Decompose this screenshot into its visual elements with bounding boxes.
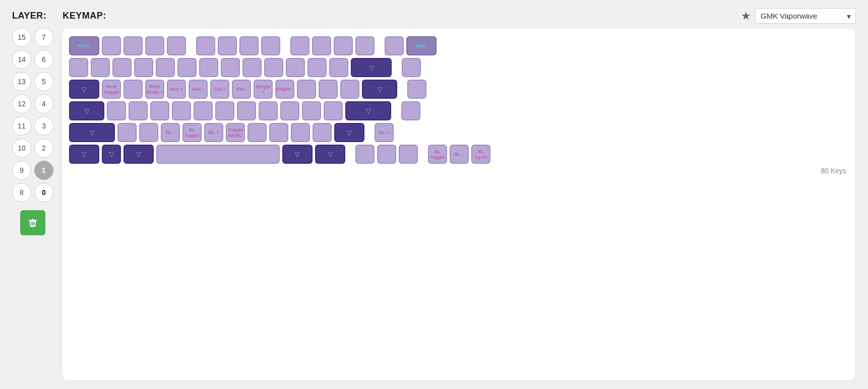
key-ralt[interactable]: ▽ <box>282 145 313 164</box>
key-f9[interactable]: ▽ <box>290 36 309 55</box>
key-lctrl[interactable]: ▽ <box>69 145 99 164</box>
key-u[interactable]: Sat - <box>232 80 251 99</box>
key-rbracket[interactable]: ▽ <box>340 80 359 99</box>
key-up[interactable]: ▽ <box>334 123 364 142</box>
key-bl-toggle-bottom[interactable]: BL Toggle <box>428 145 447 164</box>
favorite-icon[interactable]: ★ <box>741 10 751 23</box>
key-f6[interactable]: ▽ <box>218 36 237 55</box>
key-backslash[interactable]: ▽ <box>362 80 397 99</box>
theme-select[interactable]: GMK Vaporwave Default GMK Arctic GMK Las… <box>755 8 856 24</box>
layer-btn-14[interactable]: 14 <box>12 50 31 69</box>
key-y[interactable]: Sat + <box>210 80 229 99</box>
key-bl-minus-bottom[interactable]: BL - <box>450 145 469 164</box>
key-t[interactable]: Hue - <box>189 80 208 99</box>
key-e[interactable]: RGBMode + <box>145 80 164 99</box>
key-pgup[interactable]: ▽ <box>407 80 426 99</box>
key-9[interactable]: ▽ <box>264 58 283 77</box>
layer-btn-8[interactable]: 8 <box>12 183 31 202</box>
key-d[interactable]: ▽ <box>150 101 169 120</box>
key-f11[interactable]: ▽ <box>334 36 353 55</box>
key-l[interactable]: ▽ <box>280 101 299 120</box>
key-comma[interactable]: ▽ <box>247 123 267 142</box>
key-2[interactable]: ▽ <box>112 58 132 77</box>
layer-btn-4[interactable]: 4 <box>34 94 53 113</box>
key-f7[interactable]: ▽ <box>239 36 259 55</box>
key-lshift[interactable]: ▽ <box>69 123 115 142</box>
key-right[interactable]: ▽ <box>399 145 418 164</box>
key-f8[interactable]: ▽ <box>261 36 280 55</box>
key-space[interactable]: ▽ <box>156 145 280 164</box>
key-s[interactable]: ▽ <box>129 101 148 120</box>
key-bl-minus[interactable]: BL - <box>161 123 180 142</box>
key-bl-cycle[interactable]: BL Cycle <box>471 145 490 164</box>
key-tab[interactable]: ▽ <box>69 80 99 99</box>
layer-btn-6[interactable]: 6 <box>34 50 53 69</box>
key-h[interactable]: ▽ <box>215 101 234 120</box>
key-enter[interactable]: ▽ <box>345 101 391 120</box>
key-slash[interactable]: ▽ <box>291 123 310 142</box>
key-4[interactable]: ▽ <box>156 58 175 77</box>
layer-btn-15[interactable]: 15 <box>12 28 31 47</box>
key-1[interactable]: ▽ <box>91 58 110 77</box>
key-bl-plus[interactable]: BL + <box>204 123 223 142</box>
key-8[interactable]: ▽ <box>242 58 262 77</box>
key-prtsc[interactable]: ▽ <box>385 36 404 55</box>
layer-btn-7[interactable]: 7 <box>34 28 53 47</box>
key-quote[interactable]: ▽ <box>324 101 343 120</box>
key-f5[interactable]: ▽ <box>196 36 215 55</box>
key-o[interactable]: Bright - <box>275 80 294 99</box>
layer-btn-12[interactable]: 12 <box>12 94 31 113</box>
key-capslock[interactable]: ▽ <box>69 101 104 120</box>
key-grave[interactable]: ▽ <box>69 58 88 77</box>
key-pgdn[interactable]: ▽ <box>401 101 420 120</box>
layer-btn-5[interactable]: 5 <box>34 72 53 91</box>
key-x[interactable]: ▽ <box>139 123 158 142</box>
key-toggle-nkro[interactable]: Toggle NKRO <box>226 123 245 142</box>
key-r[interactable]: Hue + <box>167 80 186 99</box>
key-6[interactable]: ▽ <box>199 58 218 77</box>
key-del[interactable]: ▽ <box>402 58 421 77</box>
key-0[interactable]: ▽ <box>286 58 305 77</box>
key-j[interactable]: ▽ <box>237 101 256 120</box>
key-3[interactable]: ▽ <box>134 58 153 77</box>
layer-btn-3[interactable]: 3 <box>34 116 53 136</box>
key-p[interactable]: ▽ <box>297 80 316 99</box>
key-f2[interactable]: ▽ <box>123 36 143 55</box>
key-f10[interactable]: ▽ <box>312 36 331 55</box>
key-reset[interactable]: Reset <box>69 36 99 55</box>
key-f3[interactable]: ▽ <box>145 36 164 55</box>
key-w[interactable]: ▽ <box>123 80 143 99</box>
key-k[interactable]: ▽ <box>259 101 278 120</box>
key-lwin[interactable]: ▽ <box>102 145 121 164</box>
key-lalt[interactable]: ▽ <box>123 145 154 164</box>
key-q[interactable]: RGBToggle <box>102 80 121 99</box>
key-mute[interactable]: Mute <box>406 36 437 55</box>
key-f1[interactable]: ▽ <box>102 36 121 55</box>
key-bl-toggle[interactable]: BL Toggle <box>182 123 202 142</box>
key-period[interactable]: ▽ <box>269 123 288 142</box>
layer-btn-9[interactable]: 9 <box>12 161 31 180</box>
layer-btn-10[interactable]: 10 <box>12 139 31 158</box>
key-semicolon[interactable]: ▽ <box>302 101 321 120</box>
key-i[interactable]: Bright + <box>254 80 273 99</box>
key-g[interactable]: ▽ <box>194 101 213 120</box>
key-f4[interactable]: ▽ <box>167 36 186 55</box>
key-backspace[interactable]: ▽ <box>351 58 392 77</box>
key-a[interactable]: ▽ <box>107 101 126 120</box>
key-lbracket[interactable]: ▽ <box>319 80 338 99</box>
layer-btn-11[interactable]: 11 <box>12 116 31 136</box>
key-f12[interactable]: ▽ <box>355 36 375 55</box>
key-f[interactable]: ▽ <box>172 101 191 120</box>
layer-btn-2[interactable]: 2 <box>34 139 53 158</box>
key-rshift2[interactable]: ▽ <box>313 123 332 142</box>
key-minus[interactable]: ▽ <box>307 58 327 77</box>
key-left[interactable]: ▽ <box>355 145 375 164</box>
key-equal[interactable]: ▽ <box>329 58 348 77</box>
delete-layer-button[interactable] <box>20 210 45 235</box>
key-fn[interactable]: ▽ <box>315 145 345 164</box>
key-7[interactable]: ▽ <box>221 58 240 77</box>
key-bl-plus-right[interactable]: BL + <box>375 123 394 142</box>
key-z[interactable]: ▽ <box>117 123 137 142</box>
key-down[interactable]: ▽ <box>377 145 396 164</box>
key-5[interactable]: ▽ <box>177 58 197 77</box>
